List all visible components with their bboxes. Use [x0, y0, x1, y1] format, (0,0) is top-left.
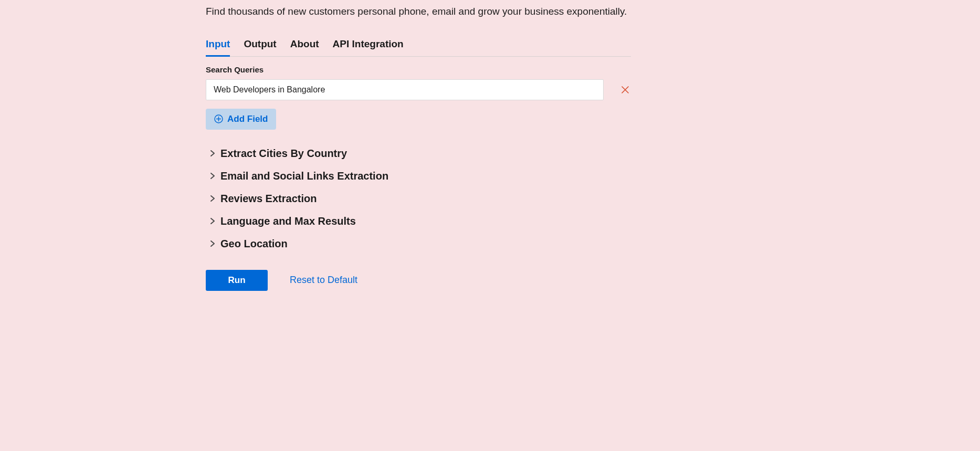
chevron-right-icon — [210, 217, 215, 225]
tab-bar: Input Output About API Integration — [206, 34, 631, 57]
section-title: Reviews Extraction — [220, 193, 317, 205]
close-icon — [621, 86, 629, 93]
section-reviews[interactable]: Reviews Extraction — [210, 187, 631, 210]
chevron-right-icon — [210, 150, 215, 157]
section-title: Language and Max Results — [220, 215, 356, 227]
add-field-button[interactable]: Add Field — [206, 109, 276, 130]
tab-about[interactable]: About — [290, 34, 319, 57]
add-field-label: Add Field — [227, 114, 268, 124]
page-description: Find thousands of new customers personal… — [206, 4, 631, 19]
tab-input[interactable]: Input — [206, 34, 230, 57]
section-extract-cities[interactable]: Extract Cities By Country — [210, 142, 631, 165]
section-language-max[interactable]: Language and Max Results — [210, 210, 631, 233]
section-title: Extract Cities By Country — [220, 148, 347, 160]
run-button[interactable]: Run — [206, 270, 268, 291]
section-title: Geo Location — [220, 238, 288, 250]
chevron-right-icon — [210, 195, 215, 202]
section-geo-location[interactable]: Geo Location — [210, 233, 631, 255]
section-title: Email and Social Links Extraction — [220, 170, 388, 182]
search-query-row — [206, 79, 631, 100]
tab-output[interactable]: Output — [244, 34, 276, 57]
section-email-social[interactable]: Email and Social Links Extraction — [210, 165, 631, 187]
remove-field-button[interactable] — [619, 84, 631, 96]
plus-circle-icon — [214, 114, 223, 123]
main-container: Find thousands of new customers personal… — [206, 0, 631, 291]
chevron-right-icon — [210, 240, 215, 247]
tab-api-integration[interactable]: API Integration — [333, 34, 404, 57]
action-row: Run Reset to Default — [206, 270, 631, 291]
reset-to-default-link[interactable]: Reset to Default — [290, 275, 357, 286]
chevron-right-icon — [210, 172, 215, 180]
search-queries-label: Search Queries — [206, 65, 631, 74]
search-query-input[interactable] — [206, 79, 604, 100]
